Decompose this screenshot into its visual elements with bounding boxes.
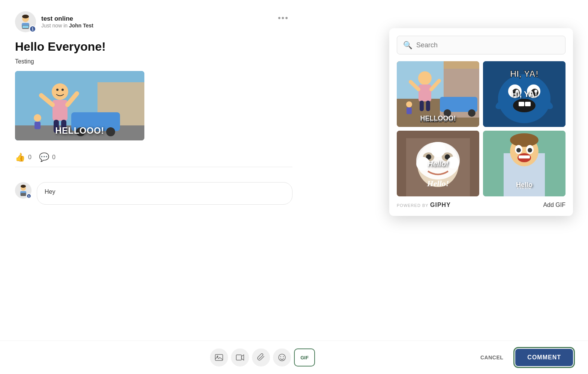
- gif-caption: HELLOOO!: [55, 125, 104, 136]
- post-title: Hello Everyone!: [15, 40, 292, 54]
- svg-point-21: [62, 89, 64, 91]
- post-body: Testing: [15, 58, 292, 65]
- svg-point-75: [516, 148, 521, 152]
- svg-rect-53: [525, 102, 531, 106]
- comment-input[interactable]: Hey: [37, 182, 292, 205]
- svg-point-83: [279, 354, 285, 361]
- svg-rect-13: [52, 100, 68, 121]
- svg-rect-82: [236, 355, 242, 360]
- search-icon: 🔍: [403, 41, 412, 50]
- svg-point-45: [508, 84, 522, 98]
- like-button[interactable]: 👍 0: [15, 152, 32, 162]
- post-meta: test online Just now in John Test: [41, 15, 93, 29]
- svg-point-66: [447, 157, 459, 169]
- more-options-button[interactable]: •••: [278, 13, 289, 23]
- attachment-button[interactable]: [252, 348, 270, 366]
- svg-point-39: [468, 109, 476, 117]
- cancel-button[interactable]: CANCEL: [473, 351, 511, 364]
- avatar-wrapper: 1: [15, 11, 36, 32]
- svg-point-2: [22, 15, 29, 18]
- comment-submit-button[interactable]: COMMENT: [515, 349, 573, 366]
- gif-item-4[interactable]: Hello: [483, 131, 566, 196]
- giphy-branding: POWERED BY GIPHY: [397, 202, 451, 208]
- comment-area: 1 Hey: [15, 178, 292, 208]
- svg-rect-5: [22, 26, 28, 28]
- svg-point-76: [528, 148, 532, 152]
- post-gif-image: HELLOOO!: [15, 71, 144, 140]
- comment-action-button[interactable]: 💬 0: [39, 152, 56, 162]
- svg-rect-41: [406, 107, 412, 114]
- image-upload-button[interactable]: [210, 348, 228, 366]
- svg-text:HI, YA!: HI, YA!: [510, 69, 538, 79]
- powered-by-text: POWERED BY: [397, 203, 429, 208]
- svg-point-40: [406, 101, 412, 107]
- comment-icon: 💬: [39, 152, 49, 162]
- svg-rect-35: [420, 101, 424, 111]
- bottom-toolbar: GIF CANCEL COMMENT: [0, 341, 588, 374]
- commenter-avatar-wrapper: 1: [15, 182, 32, 199]
- emoji-icon: [278, 353, 286, 362]
- gif-search-input[interactable]: [416, 41, 559, 49]
- svg-point-72: [510, 133, 538, 147]
- main-content: 1 test online Just now in John Test ••• …: [0, 0, 308, 220]
- like-icon: 👍: [15, 152, 25, 162]
- gif-grid: HELLOOO!: [397, 61, 566, 196]
- svg-rect-36: [426, 101, 430, 111]
- paperclip-icon: [257, 353, 265, 362]
- svg-text:Hello!: Hello!: [427, 179, 449, 188]
- svg-rect-19: [34, 122, 40, 129]
- svg-point-18: [34, 114, 41, 122]
- image-icon: [215, 353, 223, 362]
- gif-svg-3: Hello!: [397, 131, 479, 196]
- video-button[interactable]: [231, 348, 249, 366]
- toolbar-icons: GIF: [210, 348, 315, 366]
- giphy-logo: GIPHY: [430, 202, 451, 208]
- svg-rect-78: [519, 155, 530, 158]
- svg-text:Hello: Hello: [517, 184, 531, 190]
- gif-svg-2: HI, YA!: [483, 61, 566, 127]
- svg-text:HELLOOO!: HELLOOO!: [420, 116, 456, 124]
- svg-point-44: [498, 74, 550, 123]
- gif-scene: HELLOOO!: [15, 71, 144, 140]
- svg-point-50: [534, 90, 537, 93]
- post-actions: 👍 0 💬 0: [15, 148, 292, 167]
- video-icon: [236, 353, 244, 362]
- gif-item-3[interactable]: Hello!: [397, 131, 479, 196]
- gif-footer: POWERED BY GIPHY Add GIF: [397, 202, 566, 208]
- avatar-badge: 1: [29, 26, 36, 32]
- gif-button[interactable]: GIF: [294, 348, 315, 366]
- svg-point-47: [512, 89, 520, 96]
- svg-point-46: [527, 84, 540, 98]
- gif-picker-popup: 🔍: [389, 28, 573, 216]
- gif-svg-1: HELLOOO!: [397, 61, 479, 127]
- post-author: test online: [41, 15, 93, 23]
- gif-svg-4: Hello: [483, 131, 566, 196]
- add-gif-label: Add GIF: [543, 202, 566, 208]
- emoji-button[interactable]: [273, 348, 291, 366]
- svg-point-24: [21, 185, 26, 188]
- svg-rect-32: [418, 84, 431, 101]
- svg-point-65: [416, 157, 430, 170]
- svg-rect-52: [519, 102, 524, 106]
- svg-rect-26: [21, 193, 26, 196]
- post-time: Just now in John Test: [41, 23, 93, 29]
- svg-point-11: [106, 127, 115, 136]
- svg-point-49: [516, 90, 519, 93]
- comment-count: 0: [52, 154, 56, 161]
- post-header: 1 test online Just now in John Test •••: [15, 11, 292, 32]
- svg-point-20: [56, 89, 58, 91]
- like-count: 0: [28, 154, 32, 161]
- gif-search-bar: 🔍: [397, 36, 566, 54]
- svg-point-84: [280, 356, 281, 357]
- svg-point-85: [283, 356, 284, 357]
- svg-point-48: [531, 89, 538, 96]
- svg-point-12: [52, 83, 68, 100]
- svg-point-31: [418, 71, 432, 85]
- svg-point-38: [444, 109, 451, 117]
- gif-item-1[interactable]: HELLOOO!: [397, 61, 479, 127]
- gif-item-2[interactable]: HI, YA!: [483, 61, 566, 127]
- commenter-badge: 1: [26, 193, 32, 199]
- svg-point-67: [430, 142, 446, 157]
